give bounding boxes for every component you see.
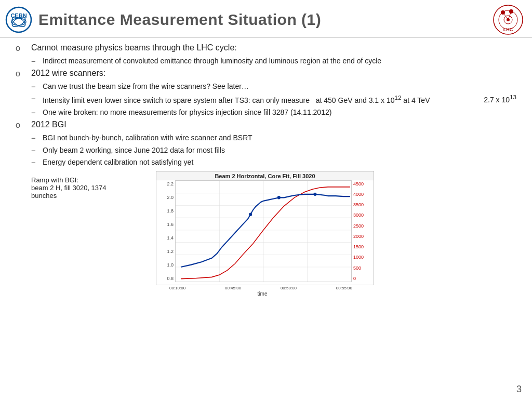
slide-container: CERN Emittance Measurement Situation (1)… [0, 0, 532, 399]
chart-y-right-axis: 4500 4000 3500 3000 2500 2000 1500 1000 … [352, 180, 374, 282]
svg-point-0 [6, 7, 31, 32]
bullet-2-sub-1: − Can we trust the beam size from the wi… [31, 82, 516, 92]
dash-1-1: − [31, 56, 43, 65]
bullet-3-sub-1: − BGI not bunch-by-bunch, calibration wi… [31, 133, 516, 143]
dash-2-3: − [31, 108, 43, 117]
dash-3-1: − [31, 133, 43, 142]
dash-2-1: − [31, 82, 43, 91]
right-note-2-2: 2.7 x 1013 [484, 94, 516, 104]
bullet-1: o Cannot measure physics beams through t… [16, 43, 516, 53]
chart-x-title: time [151, 291, 374, 297]
sub-text-2-1: Can we trust the beam size from the wire… [43, 82, 249, 92]
svg-text:LHC: LHC [503, 27, 513, 32]
slide-header: CERN Emittance Measurement Situation (1)… [0, 0, 532, 38]
chart-caption-line2: beam 2 H, fill 3020, 1374 bunches [31, 184, 107, 200]
chart-x-labels: 00:10:00 00:45:00 00:50:00 00:55:00 [151, 286, 374, 290]
sub-text-3-1: BGI not bunch-by-bunch, calibration with… [43, 133, 252, 143]
chart-plot-area [175, 180, 352, 282]
chart-caption: Ramp with BGI: beam 2 H, fill 3020, 1374… [31, 171, 130, 200]
bullet-2-marker: o [16, 69, 31, 78]
svg-point-25 [277, 196, 281, 199]
dash-2-2: − [31, 94, 43, 103]
dash-3-3: − [31, 157, 43, 167]
sub-text-2-2: Intensity limit even lower since switch … [43, 94, 473, 105]
sub-text-1-1: Indirect measurement of convoluted emitt… [43, 56, 381, 66]
sub-text-3-3: Energy dependent calibration not satisfy… [43, 157, 193, 168]
bullet-1-sub-1: − Indirect measurement of convoluted emi… [31, 56, 516, 66]
bullet-1-marker: o [16, 43, 31, 53]
slide-content: o Cannot measure physics beams through t… [0, 38, 532, 302]
bullet-2-text: 2012 wire scanners: [31, 69, 105, 78]
bullet-2-sub-2: − Intensity limit even lower since switc… [31, 94, 516, 105]
sub-text-3-2: Only beam 2 working, since June 2012 dat… [43, 145, 225, 156]
bullet-3-text: 2012 BGI [31, 120, 66, 129]
page-number: 3 [516, 384, 522, 395]
bullet-3: o 2012 BGI [16, 120, 516, 130]
bullet-2-sub-3: − One wire broken: no more measurements … [31, 108, 516, 118]
bullet-3-sub-2: − Only beam 2 working, since June 2012 d… [31, 145, 516, 156]
chart-caption-line1: Ramp with BGI: [31, 176, 78, 184]
bullet-3-marker: o [16, 120, 31, 130]
chart-wrapper: Beam 2 Horizontal, Core Fit, Fill 3020 2… [156, 171, 374, 285]
svg-line-11 [503, 12, 508, 20]
chart-title: Beam 2 Horizontal, Core Fit, Fill 3020 [156, 171, 374, 180]
bullet-1-text: Cannot measure physics beams through the… [31, 43, 237, 52]
bullet-2-subs: − Can we trust the beam size from the wi… [31, 82, 516, 118]
lhc-logo: LHC [493, 4, 524, 35]
sub-text-2-3: One wire broken: no more measurements fo… [43, 108, 331, 118]
dash-3-2: − [31, 145, 43, 155]
chart-svg [176, 181, 351, 282]
bullet-2: o 2012 wire scanners: [16, 69, 516, 78]
bullet-1-subs: − Indirect measurement of convoluted emi… [31, 56, 516, 66]
bullet-3-sub-3: − Energy dependent calibration not satis… [31, 157, 516, 168]
chart-y-left-axis: 2.2 2.0 1.8 1.6 1.4 1.2 1.0 0.8 [156, 180, 175, 282]
slide-title: Emittance Measurement Situation (1) [38, 11, 487, 29]
svg-point-26 [313, 192, 316, 195]
svg-point-24 [249, 212, 252, 216]
chart-section: Ramp with BGI: beam 2 H, fill 3020, 1374… [16, 171, 516, 297]
chart-container: Beam 2 Horizontal, Core Fit, Fill 3020 2… [151, 171, 374, 297]
bullet-3-subs: − BGI not bunch-by-bunch, calibration wi… [31, 133, 516, 168]
cern-logo: CERN [5, 6, 32, 33]
